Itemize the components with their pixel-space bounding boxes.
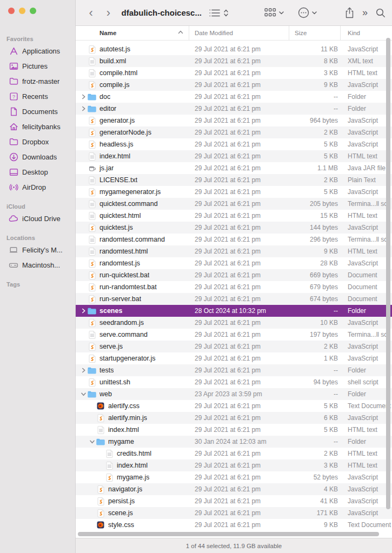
file-row[interactable]: web23 Apr 2023 at 3:59 pm--Folder [76,388,392,400]
file-size: 197 bytes [289,331,341,338]
sidebar-item-desktop[interactable]: Desktop [2,164,73,179]
file-row[interactable]: serve.js29 Jul 2021 at 6:21 pm2 KBJavaSc… [76,341,392,352]
sidebar-item-applications[interactable]: Applications [2,43,73,58]
file-name: randomtest.js [99,259,140,267]
file-kind: HTML text [341,462,392,469]
file-row[interactable]: scene.js29 Jul 2021 at 6:21 pm171 KBJava… [76,507,392,519]
file-row[interactable]: mygame30 Jan 2024 at 12:03 am--Folder [76,436,392,448]
column-header-kind[interactable]: Kind [341,26,392,40]
column-header-name[interactable]: Name [76,26,189,40]
file-date: 29 Jul 2021 at 6:21 pm [189,509,289,517]
sidebar-item-label: Macintosh... [22,261,60,269]
column-header-size[interactable]: Size [289,26,341,40]
file-row[interactable]: generator.js29 Jul 2021 at 6:21 pm964 by… [76,115,392,126]
file-row[interactable]: style.css29 Jul 2021 at 6:21 pm9 KBText … [76,519,392,531]
file-row[interactable]: unittest.sh29 Jul 2021 at 6:21 pm94 byte… [76,376,392,388]
file-row[interactable]: js.jar29 Jul 2021 at 6:21 pm1.1 MBJava J… [76,162,392,174]
horizontal-scrollbar-thumb[interactable] [78,532,379,536]
file-size: -- [289,390,341,398]
file-row[interactable]: quicktest.command29 Jul 2021 at 6:21 pm2… [76,198,392,210]
recents-icon: ? [9,91,18,101]
file-date: 29 Jul 2021 at 6:21 pm [189,402,289,410]
file-row[interactable]: doc29 Jul 2021 at 6:21 pm--Folder [76,91,392,103]
file-name: quicktest.html [99,212,141,219]
file-row[interactable]: randomtest.html29 Jul 2021 at 6:21 pm9 K… [76,245,392,257]
sidebar-item-dropbox[interactable]: Dropbox [2,134,73,149]
file-row[interactable]: compile.html29 Jul 2021 at 6:21 pm3 KBHT… [76,67,392,79]
file-row[interactable]: randomtest.command29 Jul 2021 at 6:21 pm… [76,234,392,245]
file-kind: JavaScript [341,81,392,89]
file-kind: JavaScript [341,343,392,350]
horizontal-scrollbar[interactable] [78,532,379,536]
file-row[interactable]: scenes28 Oct 2024 at 10:32 pm--Folder [76,305,392,317]
sidebar-item-macintosh-[interactable]: Macintosh... [2,257,73,272]
zoom-button[interactable] [30,8,36,14]
sidebar-item-documents[interactable]: Documents [2,104,73,119]
file-row[interactable]: alertify.css29 Jul 2021 at 6:21 pm5 KBTe… [76,400,392,412]
file-row[interactable]: quicktest.js29 Jul 2021 at 6:21 pm144 by… [76,222,392,234]
close-button[interactable] [8,8,15,14]
file-date: 29 Jul 2021 at 6:21 pm [189,141,289,148]
sidebar-item-airdrop[interactable]: AirDrop [2,179,73,195]
file-row[interactable]: quicktest.html29 Jul 2021 at 6:21 pm15 K… [76,210,392,222]
file-row[interactable]: build.xml29 Jul 2021 at 6:21 pm8 KBXML t… [76,55,392,67]
sidebar-item-frotz-master[interactable]: frotz-master [2,74,73,89]
sidebar-item-downloads[interactable]: Downloads [2,149,73,164]
more-actions-button[interactable] [298,7,317,18]
back-button[interactable]: ‹ [87,7,95,19]
file-row[interactable]: mygamegenerator.js29 Jul 2021 at 6:21 pm… [76,186,392,198]
file-row[interactable]: index.html29 Jul 2021 at 6:21 pm5 KBHTML… [76,424,392,436]
sidebar-item-pictures[interactable]: Pictures [2,58,73,74]
file-row[interactable]: editor29 Jul 2021 at 6:21 pm--Folder [76,103,392,115]
file-row[interactable]: tests29 Jul 2021 at 6:21 pm--Folder [76,364,392,376]
vertical-scrollbar[interactable] [386,38,390,509]
disclosure-triangle[interactable] [79,391,88,397]
file-row[interactable]: seedrandom.js29 Jul 2021 at 6:21 pm10 KB… [76,317,392,329]
file-row[interactable]: compile.js29 Jul 2021 at 6:21 pm9 KBJava… [76,79,392,91]
file-row[interactable]: persist.js29 Jul 2021 at 6:21 pm41 KBJav… [76,495,392,507]
disclosure-triangle[interactable] [88,439,96,444]
sidebar-item-icloud-drive[interactable]: iCloud Drive [2,211,73,226]
file-date: 29 Jul 2021 at 6:21 pm [189,164,289,172]
folder-icon [9,76,18,86]
file-row[interactable]: startupgenerator.js29 Jul 2021 at 6:21 p… [76,352,392,364]
js-file-icon [88,354,96,363]
sidebar-item-recents[interactable]: ?Recents [2,89,73,104]
file-row[interactable]: navigator.js29 Jul 2021 at 6:21 pm4 KBJa… [76,483,392,495]
file-row[interactable]: generatorNode.js29 Jul 2021 at 6:21 pm2 … [76,126,392,138]
column-header-date[interactable]: Date Modified [189,26,289,40]
file-row[interactable]: headless.js29 Jul 2021 at 6:21 pm5 KBJav… [76,138,392,150]
file-row[interactable]: randomtest.js29 Jul 2021 at 6:21 pm28 KB… [76,257,392,269]
disclosure-triangle[interactable] [79,94,88,99]
disclosure-triangle[interactable] [79,368,88,373]
file-size: 2 KB [289,450,341,457]
forward-button[interactable]: › [104,7,112,19]
file-name: headless.js [99,141,134,148]
disclosure-triangle[interactable] [79,308,88,314]
group-by-button[interactable] [264,8,284,17]
file-row[interactable]: credits.html29 Jul 2021 at 6:21 pm2 KBHT… [76,448,392,459]
file-row[interactable]: LICENSE.txt29 Jul 2021 at 6:21 pm2 KBPla… [76,174,392,186]
file-date: 29 Jul 2021 at 6:21 pm [189,259,289,267]
file-row[interactable]: index.html29 Jul 2021 at 6:21 pm5 KBHTML… [76,150,392,162]
file-row[interactable]: mygame.js29 Jul 2021 at 6:21 pm52 bytesJ… [76,471,392,483]
share-button[interactable] [345,7,354,18]
view-mode-button[interactable] [209,9,229,17]
file-size: 674 bytes [289,295,341,303]
file-row[interactable]: autotest.js29 Jul 2021 at 6:21 pm11 KBJa… [76,43,392,55]
sidebar-item-felicity-s-m-[interactable]: Felicity's M... [2,242,73,257]
file-row[interactable]: index.html29 Jul 2021 at 6:21 pm3 KBHTML… [76,459,392,471]
toolbar-overflow-button[interactable]: » [362,7,368,18]
file-row[interactable]: run-server.bat29 Jul 2021 at 6:21 pm674 … [76,293,392,305]
file-row[interactable]: run-randomtest.bat29 Jul 2021 at 6:21 pm… [76,281,392,293]
file-date: 29 Jul 2021 at 6:21 pm [189,69,289,77]
sidebar-item-felicitybanks[interactable]: felicitybanks [2,119,73,134]
file-size: 6 KB [289,414,341,422]
disclosure-triangle[interactable] [79,106,88,111]
file-row[interactable]: serve.command29 Jul 2021 at 6:21 pm197 b… [76,329,392,341]
file-row[interactable]: alertify.min.js29 Jul 2021 at 6:21 pm6 K… [76,412,392,424]
file-row[interactable]: run-quicktest.bat29 Jul 2021 at 6:21 pm6… [76,269,392,281]
minimize-button[interactable] [19,8,25,14]
file-size: 2 KB [289,176,341,184]
search-button[interactable] [376,8,386,18]
